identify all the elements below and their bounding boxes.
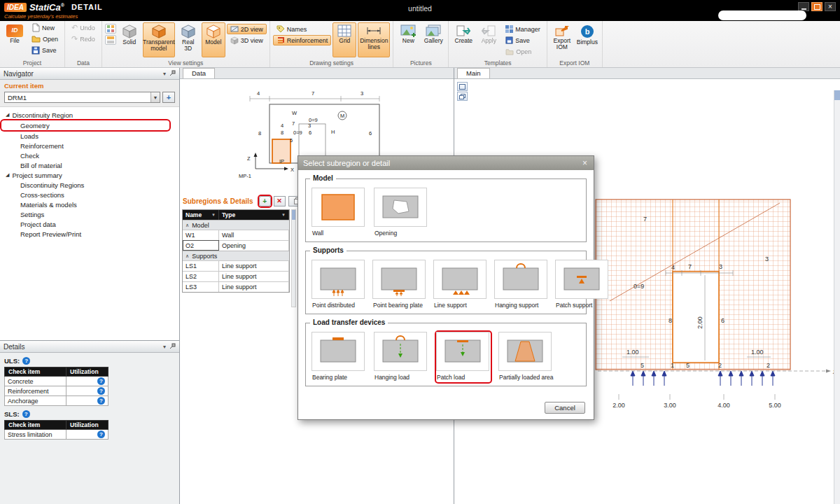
- tree-item-settings[interactable]: Settings: [1, 209, 178, 219]
- tree-item-materials-models[interactable]: Materials & models: [1, 200, 178, 209]
- modal-item-partially-loaded-area[interactable]: Partially loaded area: [498, 332, 553, 382]
- undo-button[interactable]: ↶ Undo: [68, 22, 99, 33]
- modal-item-line-support[interactable]: Line support: [433, 260, 486, 310]
- template-open-button[interactable]: Open: [502, 46, 544, 57]
- type-cell[interactable]: Line support: [219, 271, 289, 281]
- template-create-button[interactable]: Create: [451, 22, 475, 57]
- name-cell[interactable]: LS3: [183, 281, 219, 292]
- view-2d-button[interactable]: 2D view: [227, 24, 267, 34]
- help-icon[interactable]: ?: [97, 387, 105, 395]
- table-row-w1[interactable]: W1Wall: [183, 230, 289, 240]
- modal-item-hanging-support[interactable]: Hanging support: [494, 260, 547, 310]
- tree-item-discontinuity-region[interactable]: ◢Discontinuity Region: [1, 110, 178, 120]
- tab-main[interactable]: Main: [457, 68, 490, 78]
- reinforcement-button[interactable]: Reinforcement: [273, 35, 332, 46]
- modal-item-opening[interactable]: Opening: [374, 188, 428, 238]
- tree-item-project-data[interactable]: Project data: [1, 219, 178, 229]
- template-save-button[interactable]: Save: [502, 35, 544, 46]
- save-button[interactable]: Save: [28, 45, 62, 55]
- main-scrollbar[interactable]: [834, 90, 840, 504]
- collapse-icon[interactable]: ∧: [186, 223, 189, 228]
- bimplus-button[interactable]: b Bimplus: [575, 22, 599, 57]
- gallery-button[interactable]: Gallery: [421, 22, 445, 57]
- collapse-icon[interactable]: ∧: [186, 253, 189, 259]
- tree-item-discontinuity-regions[interactable]: Discontinuity Regions: [1, 180, 178, 190]
- cancel-button[interactable]: Cancel: [545, 402, 585, 414]
- expand-arrow-icon[interactable]: ◢: [6, 172, 9, 178]
- modal-item-hanging-load[interactable]: Hanging load: [374, 332, 428, 382]
- viewport-maximize-button[interactable]: [457, 82, 468, 91]
- table-row-ls2[interactable]: LS2Line support: [183, 271, 289, 281]
- modal-item-point-bearing-plate[interactable]: Point bearing plate: [372, 260, 426, 310]
- name-cell[interactable]: LS2: [183, 271, 219, 281]
- delete-subregion-button[interactable]: ✕: [274, 196, 286, 206]
- names-button[interactable]: Names: [273, 24, 332, 34]
- pin-icon[interactable]: [169, 343, 176, 351]
- tree-item-loads[interactable]: Loads: [1, 131, 178, 141]
- add-region-button[interactable]: +: [162, 92, 175, 103]
- help-icon[interactable]: ?: [97, 397, 105, 405]
- tab-data[interactable]: Data: [183, 68, 215, 78]
- view-config-button-2[interactable]: [105, 35, 116, 45]
- table-group-supports[interactable]: ∧Supports: [183, 251, 289, 260]
- redo-button[interactable]: ↷ Redo: [68, 34, 99, 44]
- transparent-model-button[interactable]: Transparent model: [143, 22, 175, 57]
- template-manager-button[interactable]: Manager: [502, 24, 544, 34]
- table-row-ls1[interactable]: LS1Line support: [183, 260, 289, 271]
- modal-item-bearing-plate[interactable]: Bearing plate: [312, 332, 366, 382]
- file-button[interactable]: ID File: [3, 22, 27, 57]
- type-cell[interactable]: Line support: [219, 281, 289, 292]
- tree-item-reinforcement[interactable]: Reinforcement: [1, 141, 178, 150]
- new-button[interactable]: New: [28, 22, 62, 33]
- tree-item-check[interactable]: Check: [1, 150, 178, 160]
- name-cell[interactable]: W1: [183, 230, 219, 240]
- export-iom-button[interactable]: Export IOM: [550, 22, 574, 57]
- dimension-lines-button[interactable]: Dimension lines: [358, 22, 390, 57]
- help-icon[interactable]: ?: [22, 410, 30, 418]
- picture-new-button[interactable]: New: [396, 22, 420, 57]
- current-item-dropdown[interactable]: DRM1 ▼: [4, 92, 160, 103]
- scrollbar-thumb[interactable]: [292, 210, 295, 220]
- grid-button[interactable]: Grid: [332, 22, 356, 57]
- collapse-panel-icon[interactable]: ▾: [163, 344, 166, 350]
- table-row-ls3[interactable]: LS3Line support: [183, 281, 289, 292]
- tree-item-cross-sections[interactable]: Cross-sections: [1, 190, 178, 200]
- view-3d-button[interactable]: 3D view: [227, 35, 267, 46]
- real-3d-button[interactable]: Real 3D: [176, 22, 200, 57]
- modal-item-patch-support[interactable]: Patch support: [555, 260, 608, 310]
- help-icon[interactable]: ?: [97, 377, 105, 385]
- column-header-type[interactable]: Type▼: [219, 210, 289, 220]
- column-header-name[interactable]: Name▼: [183, 210, 219, 220]
- viewport-restore-button[interactable]: [457, 92, 468, 101]
- close-button[interactable]: ×: [825, 2, 836, 11]
- dialog-close-button[interactable]: ×: [581, 158, 589, 168]
- help-icon[interactable]: ?: [22, 357, 30, 365]
- search-input[interactable]: [722, 12, 804, 19]
- open-button[interactable]: Open: [28, 34, 62, 44]
- modal-item-point-distributed[interactable]: Point distributed: [312, 260, 365, 310]
- type-cell[interactable]: Opening: [219, 240, 289, 251]
- collapse-panel-icon[interactable]: ▾: [163, 71, 166, 77]
- type-cell[interactable]: Line support: [219, 260, 289, 271]
- name-cell[interactable]: LS1: [183, 260, 219, 271]
- maximize-button[interactable]: [811, 2, 822, 11]
- scrollbar-thumb[interactable]: [834, 90, 840, 100]
- filter-icon[interactable]: ▼: [211, 213, 216, 217]
- opening[interactable]: [673, 272, 719, 363]
- tree-item-geometry[interactable]: Geometry: [1, 120, 169, 130]
- table-group-model[interactable]: ∧Model: [183, 220, 289, 230]
- tree-item-report-preview-print[interactable]: Report Preview/Print: [1, 229, 178, 239]
- pin-icon[interactable]: [169, 70, 176, 78]
- solid-button[interactable]: Solid: [118, 22, 141, 57]
- table-scrollbar[interactable]: [291, 209, 296, 307]
- modal-item-wall[interactable]: Wall: [312, 188, 366, 238]
- name-cell[interactable]: O2: [183, 240, 219, 251]
- tree-item-bill-of-material[interactable]: Bill of material: [1, 160, 178, 170]
- table-row-o2[interactable]: O2Opening: [183, 240, 289, 251]
- modal-item-patch-load[interactable]: Patch load: [436, 332, 491, 382]
- model-button[interactable]: Model: [202, 22, 225, 57]
- expand-arrow-icon[interactable]: ◢: [6, 112, 9, 118]
- add-subregion-button[interactable]: +: [259, 196, 271, 206]
- help-icon[interactable]: ?: [97, 430, 105, 438]
- filter-icon[interactable]: ▼: [281, 213, 286, 217]
